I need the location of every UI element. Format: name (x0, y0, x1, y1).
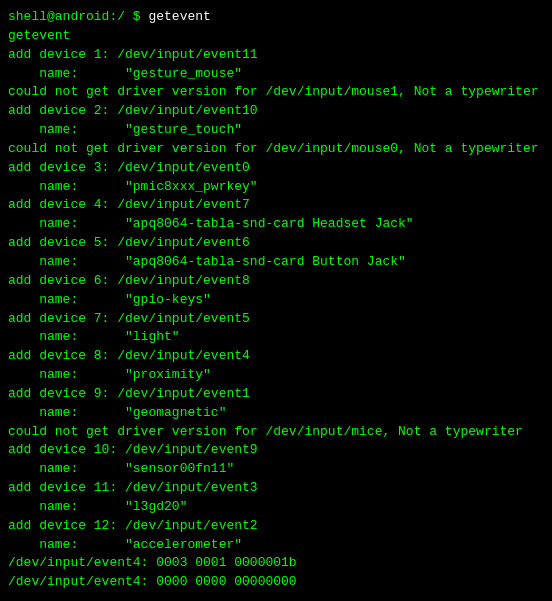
terminal-line: add device 5: /dev/input/event6 (8, 234, 544, 253)
terminal-line: name: "accelerometer" (8, 536, 544, 555)
terminal-line: name: "geomagnetic" (8, 404, 544, 423)
terminal-line: add device 12: /dev/input/event2 (8, 517, 544, 536)
terminal-line: /dev/input/event4: 0000 0000 00000000 (8, 573, 544, 592)
terminal-line: name: "l3gd20" (8, 498, 544, 517)
terminal-line: name: "gpio-keys" (8, 291, 544, 310)
terminal-line: name: "gesture_touch" (8, 121, 544, 140)
terminal-line: name: "pmic8xxx_pwrkey" (8, 178, 544, 197)
terminal-line: name: "light" (8, 328, 544, 347)
terminal-line: could not get driver version for /dev/in… (8, 140, 544, 159)
terminal-line: add device 2: /dev/input/event10 (8, 102, 544, 121)
terminal-line: could not get driver version for /dev/in… (8, 83, 544, 102)
terminal-line: add device 6: /dev/input/event8 (8, 272, 544, 291)
terminal-line: add device 3: /dev/input/event0 (8, 159, 544, 178)
terminal-line: name: "apq8064-tabla-snd-card Headset Ja… (8, 215, 544, 234)
terminal-line: name: "gesture_mouse" (8, 65, 544, 84)
terminal-line: add device 8: /dev/input/event4 (8, 347, 544, 366)
terminal-line: add device 9: /dev/input/event1 (8, 385, 544, 404)
terminal-line: /dev/input/event4: 0003 0001 0000001a (8, 592, 544, 593)
terminal-line: could not get driver version for /dev/in… (8, 423, 544, 442)
terminal-window: shell@android:/ $ geteventgeteventadd de… (8, 8, 544, 593)
terminal-line: name: "apq8064-tabla-snd-card Button Jac… (8, 253, 544, 272)
terminal-line: add device 4: /dev/input/event7 (8, 196, 544, 215)
terminal-line: name: "sensor00fn11" (8, 460, 544, 479)
terminal-line: add device 10: /dev/input/event9 (8, 441, 544, 460)
terminal-line: shell@android:/ $ getevent (8, 8, 544, 27)
terminal-line: name: "proximity" (8, 366, 544, 385)
terminal-line: add device 7: /dev/input/event5 (8, 310, 544, 329)
terminal-line: getevent (8, 27, 544, 46)
terminal-line: add device 11: /dev/input/event3 (8, 479, 544, 498)
terminal-line: add device 1: /dev/input/event11 (8, 46, 544, 65)
terminal-line: /dev/input/event4: 0003 0001 0000001b (8, 554, 544, 573)
